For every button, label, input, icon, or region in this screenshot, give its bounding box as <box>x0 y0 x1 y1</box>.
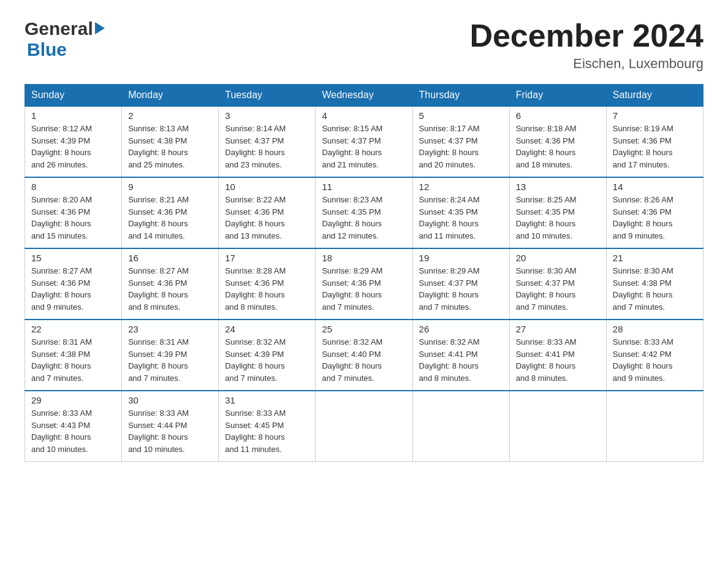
day-number: 18 <box>322 253 406 263</box>
day-number: 2 <box>128 110 212 121</box>
day-info: Sunrise: 8:28 AM Sunset: 4:36 PM Dayligh… <box>225 265 309 313</box>
day-number: 4 <box>322 110 406 121</box>
calendar-week-2: 8 Sunrise: 8:20 AM Sunset: 4:36 PM Dayli… <box>25 177 703 248</box>
calendar-cell: 16 Sunrise: 8:27 AM Sunset: 4:36 PM Dayl… <box>122 248 219 320</box>
day-info: Sunrise: 8:22 AM Sunset: 4:36 PM Dayligh… <box>225 194 309 242</box>
logo-blue-text: Blue <box>27 39 67 59</box>
calendar-cell: 17 Sunrise: 8:28 AM Sunset: 4:36 PM Dayl… <box>219 248 316 320</box>
day-number: 17 <box>225 253 309 263</box>
calendar-cell: 8 Sunrise: 8:20 AM Sunset: 4:36 PM Dayli… <box>25 177 122 248</box>
day-info: Sunrise: 8:23 AM Sunset: 4:35 PM Dayligh… <box>322 194 406 242</box>
calendar-cell: 27 Sunrise: 8:33 AM Sunset: 4:41 PM Dayl… <box>509 320 606 391</box>
day-info: Sunrise: 8:33 AM Sunset: 4:41 PM Dayligh… <box>516 336 600 384</box>
day-number: 11 <box>322 182 406 192</box>
calendar-cell: 2 Sunrise: 8:13 AM Sunset: 4:38 PM Dayli… <box>122 106 219 177</box>
day-info: Sunrise: 8:17 AM Sunset: 4:37 PM Dayligh… <box>419 123 503 170</box>
day-info: Sunrise: 8:32 AM Sunset: 4:40 PM Dayligh… <box>322 336 406 384</box>
day-number: 28 <box>613 324 697 334</box>
calendar-cell: 31 Sunrise: 8:33 AM Sunset: 4:45 PM Dayl… <box>219 391 316 462</box>
day-info: Sunrise: 8:21 AM Sunset: 4:36 PM Dayligh… <box>128 194 212 242</box>
day-number: 6 <box>516 110 600 121</box>
day-number: 14 <box>613 182 697 192</box>
day-info: Sunrise: 8:33 AM Sunset: 4:42 PM Dayligh… <box>613 336 697 384</box>
day-info: Sunrise: 8:33 AM Sunset: 4:44 PM Dayligh… <box>128 407 212 455</box>
calendar-cell: 1 Sunrise: 8:12 AM Sunset: 4:39 PM Dayli… <box>25 106 122 177</box>
calendar-cell: 15 Sunrise: 8:27 AM Sunset: 4:36 PM Dayl… <box>25 248 122 320</box>
day-number: 20 <box>516 253 600 263</box>
calendar-cell: 13 Sunrise: 8:25 AM Sunset: 4:35 PM Dayl… <box>509 177 606 248</box>
day-info: Sunrise: 8:13 AM Sunset: 4:38 PM Dayligh… <box>128 123 212 170</box>
day-number: 25 <box>322 324 406 334</box>
day-number: 7 <box>613 110 697 121</box>
col-saturday: Saturday <box>606 85 703 107</box>
day-number: 16 <box>128 253 212 263</box>
calendar-cell: 23 Sunrise: 8:31 AM Sunset: 4:39 PM Dayl… <box>122 320 219 391</box>
day-number: 9 <box>128 182 212 192</box>
day-info: Sunrise: 8:12 AM Sunset: 4:39 PM Dayligh… <box>31 123 115 170</box>
calendar-week-1: 1 Sunrise: 8:12 AM Sunset: 4:39 PM Dayli… <box>25 106 703 177</box>
day-info: Sunrise: 8:31 AM Sunset: 4:39 PM Dayligh… <box>128 336 212 384</box>
col-monday: Monday <box>122 85 219 107</box>
calendar-week-4: 22 Sunrise: 8:31 AM Sunset: 4:38 PM Dayl… <box>25 320 703 391</box>
calendar-cell: 20 Sunrise: 8:30 AM Sunset: 4:37 PM Dayl… <box>509 248 606 320</box>
day-info: Sunrise: 8:18 AM Sunset: 4:36 PM Dayligh… <box>516 123 600 170</box>
col-thursday: Thursday <box>412 85 509 107</box>
day-info: Sunrise: 8:27 AM Sunset: 4:36 PM Dayligh… <box>128 265 212 313</box>
col-tuesday: Tuesday <box>219 85 316 107</box>
calendar-week-5: 29 Sunrise: 8:33 AM Sunset: 4:43 PM Dayl… <box>25 391 703 462</box>
calendar-cell: 18 Sunrise: 8:29 AM Sunset: 4:36 PM Dayl… <box>316 248 412 320</box>
day-info: Sunrise: 8:29 AM Sunset: 4:37 PM Dayligh… <box>419 265 503 313</box>
day-number: 1 <box>31 110 115 121</box>
day-info: Sunrise: 8:31 AM Sunset: 4:38 PM Dayligh… <box>31 336 115 384</box>
calendar-cell: 29 Sunrise: 8:33 AM Sunset: 4:43 PM Dayl… <box>25 391 122 462</box>
calendar-cell: 14 Sunrise: 8:26 AM Sunset: 4:36 PM Dayl… <box>606 177 703 248</box>
day-number: 12 <box>419 182 503 192</box>
calendar-cell: 24 Sunrise: 8:32 AM Sunset: 4:39 PM Dayl… <box>219 320 316 391</box>
calendar-cell: 7 Sunrise: 8:19 AM Sunset: 4:36 PM Dayli… <box>606 106 703 177</box>
location-subtitle: Eischen, Luxembourg <box>469 56 703 72</box>
day-info: Sunrise: 8:30 AM Sunset: 4:38 PM Dayligh… <box>613 265 697 313</box>
day-info: Sunrise: 8:27 AM Sunset: 4:36 PM Dayligh… <box>31 265 115 313</box>
day-info: Sunrise: 8:29 AM Sunset: 4:36 PM Dayligh… <box>322 265 406 313</box>
col-wednesday: Wednesday <box>316 85 412 107</box>
calendar-cell: 30 Sunrise: 8:33 AM Sunset: 4:44 PM Dayl… <box>122 391 219 462</box>
day-info: Sunrise: 8:26 AM Sunset: 4:36 PM Dayligh… <box>613 194 697 242</box>
day-info: Sunrise: 8:14 AM Sunset: 4:37 PM Dayligh… <box>225 123 309 170</box>
calendar-cell: 12 Sunrise: 8:24 AM Sunset: 4:35 PM Dayl… <box>412 177 509 248</box>
calendar-cell: 25 Sunrise: 8:32 AM Sunset: 4:40 PM Dayl… <box>316 320 412 391</box>
calendar-cell <box>316 391 412 462</box>
calendar-cell: 21 Sunrise: 8:30 AM Sunset: 4:38 PM Dayl… <box>606 248 703 320</box>
calendar-cell <box>412 391 509 462</box>
calendar-cell: 10 Sunrise: 8:22 AM Sunset: 4:36 PM Dayl… <box>219 177 316 248</box>
day-number: 27 <box>516 324 600 334</box>
day-number: 24 <box>225 324 309 334</box>
day-number: 22 <box>31 324 115 334</box>
calendar-cell: 4 Sunrise: 8:15 AM Sunset: 4:37 PM Dayli… <box>316 106 412 177</box>
day-number: 3 <box>225 110 309 121</box>
logo-general-text: General <box>25 18 93 39</box>
logo: General Blue <box>25 18 105 60</box>
calendar-cell: 11 Sunrise: 8:23 AM Sunset: 4:35 PM Dayl… <box>316 177 412 248</box>
day-info: Sunrise: 8:25 AM Sunset: 4:35 PM Dayligh… <box>516 194 600 242</box>
day-info: Sunrise: 8:20 AM Sunset: 4:36 PM Dayligh… <box>31 194 115 242</box>
calendar-table: Sunday Monday Tuesday Wednesday Thursday… <box>25 84 703 462</box>
day-number: 5 <box>419 110 503 121</box>
title-area: December 2024 Eischen, Luxembourg <box>469 18 703 72</box>
day-info: Sunrise: 8:32 AM Sunset: 4:39 PM Dayligh… <box>225 336 309 384</box>
day-info: Sunrise: 8:24 AM Sunset: 4:35 PM Dayligh… <box>419 194 503 242</box>
month-title: December 2024 <box>469 18 703 53</box>
day-info: Sunrise: 8:32 AM Sunset: 4:41 PM Dayligh… <box>419 336 503 384</box>
day-number: 30 <box>128 395 212 405</box>
day-number: 15 <box>31 253 115 263</box>
calendar-cell: 5 Sunrise: 8:17 AM Sunset: 4:37 PM Dayli… <box>412 106 509 177</box>
calendar-cell: 3 Sunrise: 8:14 AM Sunset: 4:37 PM Dayli… <box>219 106 316 177</box>
calendar-cell <box>606 391 703 462</box>
day-number: 23 <box>128 324 212 334</box>
day-number: 29 <box>31 395 115 405</box>
day-info: Sunrise: 8:30 AM Sunset: 4:37 PM Dayligh… <box>516 265 600 313</box>
day-number: 21 <box>613 253 697 263</box>
day-info: Sunrise: 8:33 AM Sunset: 4:43 PM Dayligh… <box>31 407 115 455</box>
calendar-week-3: 15 Sunrise: 8:27 AM Sunset: 4:36 PM Dayl… <box>25 248 703 320</box>
day-number: 26 <box>419 324 503 334</box>
logo-arrow-icon <box>95 22 105 34</box>
